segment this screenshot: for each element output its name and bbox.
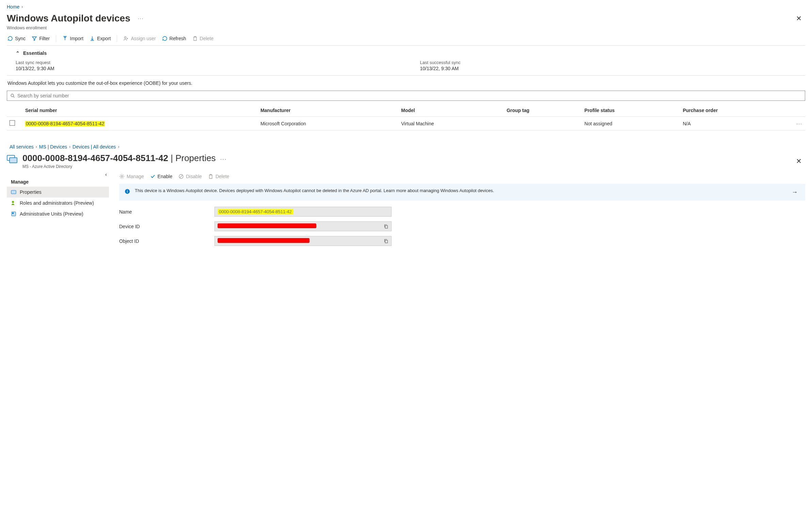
cell-manufacturer: Microsoft Corporation [258, 117, 398, 130]
block-icon [178, 174, 184, 179]
filter-icon [32, 36, 37, 41]
sync-button[interactable]: Sync [7, 36, 26, 41]
essentials-toggle[interactable]: ⌃ Essentials [16, 50, 804, 56]
cell-purchase-order: N/A [680, 117, 792, 130]
refresh-button[interactable]: Refresh [162, 36, 186, 41]
copy-icon[interactable] [384, 224, 388, 229]
refresh-icon [162, 36, 168, 41]
essentials-label: Last successful sync [420, 60, 804, 65]
trash-icon [208, 174, 213, 179]
col-profile-status[interactable]: Profile status [582, 104, 680, 117]
check-icon [150, 174, 156, 179]
svg-rect-3 [10, 158, 17, 163]
essentials-panel: Last sync request 10/13/22, 9:30 AM Last… [7, 59, 805, 76]
chevron-right-icon: › [36, 144, 37, 149]
chevron-right-icon: › [21, 4, 23, 9]
gear-icon [119, 174, 125, 179]
devices-table: Serial number Manufacturer Model Group t… [7, 104, 805, 130]
info-icon [125, 189, 130, 194]
more-icon[interactable]: ··· [220, 156, 227, 162]
arrow-right-icon[interactable]: → [790, 188, 800, 197]
chevron-up-icon: ⌃ [16, 50, 20, 56]
col-group-tag[interactable]: Group tag [504, 104, 582, 117]
breadcrumb-ms-devices[interactable]: MS | Devices [39, 144, 67, 150]
manage-button: Manage [119, 174, 144, 179]
person-add-icon [123, 36, 129, 41]
close-button[interactable]: ✕ [793, 12, 805, 25]
cell-group-tag [504, 117, 582, 130]
col-serial[interactable]: Serial number [22, 104, 258, 117]
col-model[interactable]: Model [398, 104, 504, 117]
description-text: Windows Autopilot lets you customize the… [7, 80, 805, 86]
disable-button: Disable [178, 174, 202, 179]
prop-label-device-id: Device ID [119, 224, 214, 229]
svg-point-8 [121, 176, 123, 177]
import-button[interactable]: Import [62, 36, 83, 41]
table-row[interactable]: 0000-0008-8194-4657-4054-8511-42 Microso… [7, 117, 805, 130]
svg-point-12 [127, 190, 128, 191]
svg-rect-4 [11, 190, 16, 194]
page-subtitle: MS - Azure Active Directory [22, 164, 227, 169]
sidebar-item-admin-units[interactable]: Administrative Units (Preview) [7, 208, 109, 219]
page-subtitle: Windows enrollment [7, 25, 805, 30]
essentials-value: 10/13/22, 9:30 AM [420, 66, 804, 71]
filter-button[interactable]: Filter [32, 36, 50, 41]
prop-field-device-id[interactable] [214, 221, 392, 231]
sidebar-item-properties[interactable]: Properties [7, 187, 109, 198]
breadcrumb-devices-all[interactable]: Devices | All devices [73, 144, 116, 150]
row-more-button[interactable]: ··· [792, 117, 805, 130]
page-title: Windows Autopilot devices [7, 13, 130, 24]
row-checkbox[interactable] [10, 120, 15, 126]
more-icon[interactable]: ··· [138, 16, 144, 21]
cell-profile-status: Not assigned [582, 117, 680, 130]
breadcrumb-home[interactable]: Home [7, 4, 19, 10]
roles-icon [11, 200, 16, 206]
export-button[interactable]: Export [90, 36, 111, 41]
command-bar: Manage Enable Disable Delete [119, 172, 805, 184]
col-manufacturer[interactable]: Manufacturer [258, 104, 398, 117]
svg-rect-7 [12, 213, 14, 214]
command-bar: Sync Filter Import Export Assign user Re… [7, 35, 805, 46]
side-nav: ‹‹ Manage Properties Roles and administr… [7, 172, 109, 251]
separator [56, 35, 56, 42]
search-icon [10, 93, 15, 98]
trash-icon [192, 36, 198, 41]
admin-units-icon [11, 211, 16, 217]
svg-rect-13 [385, 225, 387, 228]
download-icon [90, 36, 95, 41]
copy-icon[interactable] [384, 239, 388, 244]
page-title: 0000-0008-8194-4657-4054-8511-42 | Prope… [22, 153, 227, 163]
prop-label-name: Name [119, 209, 214, 215]
delete-button: Delete [192, 36, 213, 41]
enable-button[interactable]: Enable [150, 174, 173, 179]
sidebar-item-roles[interactable]: Roles and administrators (Preview) [7, 198, 109, 208]
chevron-right-icon: › [118, 144, 119, 149]
cell-serial: 0000-0008-8194-4657-4054-8511-42 [25, 121, 105, 126]
svg-rect-11 [127, 191, 128, 193]
separator [117, 35, 117, 42]
close-button[interactable]: ✕ [793, 155, 805, 167]
properties-icon [11, 189, 16, 195]
svg-rect-14 [385, 240, 387, 243]
delete-button: Delete [208, 174, 229, 179]
side-section-header: Manage [7, 176, 109, 187]
prop-field-object-id[interactable] [214, 236, 392, 246]
info-text: This device is a Windows Autopilot devic… [135, 188, 785, 193]
essentials-label: Last sync request [16, 60, 400, 65]
redacted-value [218, 238, 309, 243]
prop-field-name[interactable]: 0000-0008-8194-4657-4054-8511-42 [214, 207, 392, 217]
device-icon [7, 154, 18, 164]
redacted-value [218, 223, 316, 228]
collapse-nav-button[interactable]: ‹‹ [105, 172, 106, 177]
chevron-right-icon: › [69, 144, 70, 149]
breadcrumb: Home › [7, 4, 805, 10]
col-purchase-order[interactable]: Purchase order [680, 104, 792, 117]
search-input[interactable] [7, 91, 805, 101]
svg-point-0 [125, 37, 126, 38]
refresh-icon [7, 36, 13, 41]
breadcrumb-all-services[interactable]: All services [10, 144, 34, 150]
upload-icon [62, 36, 68, 41]
assign-user-button: Assign user [123, 36, 156, 41]
svg-point-5 [12, 201, 14, 203]
info-banner: This device is a Windows Autopilot devic… [119, 184, 805, 201]
